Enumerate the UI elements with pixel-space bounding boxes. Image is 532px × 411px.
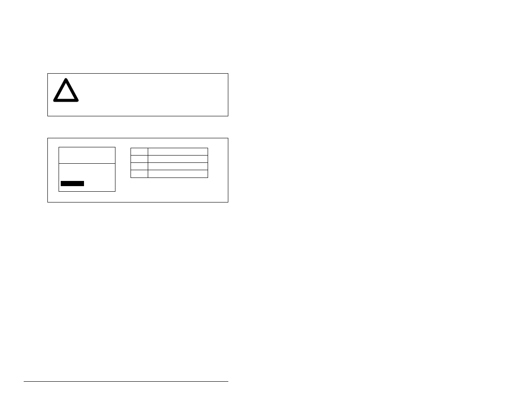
table-cell [148, 163, 208, 170]
warning-triangle-icon [52, 77, 80, 106]
table-row [131, 148, 208, 156]
left-table-header [59, 147, 115, 164]
table-row [131, 156, 208, 163]
left-table-body [59, 164, 115, 191]
table-cell [131, 148, 148, 155]
page-content [47, 73, 228, 202]
table-cell [148, 156, 208, 162]
left-table [59, 147, 115, 192]
table-row [131, 163, 208, 170]
warning-box [47, 73, 228, 116]
table-cell [131, 170, 148, 177]
table-cell [131, 156, 148, 162]
black-bar [61, 181, 84, 186]
table-cell [148, 170, 208, 177]
footer-rule [24, 381, 228, 382]
table-cell [131, 163, 148, 170]
table-cell [148, 148, 208, 155]
data-panel [47, 138, 228, 202]
table-row [131, 170, 208, 177]
right-table [131, 148, 208, 178]
